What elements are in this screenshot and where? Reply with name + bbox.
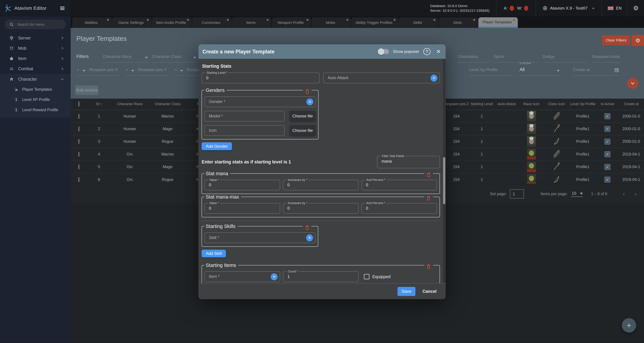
table-settings-button[interactable]: ⚙ [632, 35, 644, 46]
choose-icon-file-button[interactable]: Choose file [290, 125, 316, 136]
model-field[interactable]: Model * [204, 111, 284, 122]
is-active-checkbox[interactable]: ✓ [604, 177, 610, 183]
user-menu[interactable]: Atavism X.9 - Test07 [536, 6, 602, 11]
sidebar-search[interactable] [5, 20, 66, 29]
is-active-checkbox[interactable]: ✓ [604, 113, 610, 119]
stat-percent-field[interactable]: And Percent * [362, 203, 437, 214]
tab-close-icon[interactable]: ✕ [473, 18, 476, 22]
add-skill-option-button[interactable]: + [306, 234, 313, 241]
expand-filters-button[interactable] [627, 78, 638, 89]
item-select[interactable]: Item * + [204, 271, 280, 282]
column-header-character-class[interactable]: Character Class [149, 102, 186, 106]
stat-increase-field[interactable]: Increases by * [283, 180, 359, 190]
row-checkbox[interactable] [78, 152, 80, 157]
filter-dodge[interactable]: Dodge [542, 53, 588, 63]
filter-operator-select[interactable]: = [126, 66, 135, 76]
filter-operator-select[interactable]: = [174, 66, 184, 76]
set-page-input[interactable] [510, 189, 524, 199]
is-active-checkbox[interactable]: ✓ [604, 151, 610, 157]
is-active-checkbox[interactable]: ✓ [604, 126, 610, 132]
filter-stat-field[interactable]: Filter Stat Fields [377, 156, 440, 168]
filter-level-xp-profile[interactable]: Level Xp Profile [469, 66, 514, 76]
tab-close-icon[interactable]: ✕ [346, 18, 348, 22]
row-checkbox[interactable] [78, 114, 80, 119]
tab-weapon-profile[interactable]: Weapon Profile✕ [272, 17, 311, 28]
tab-abilities[interactable]: Abilities✕ [72, 17, 112, 28]
help-icon[interactable]: ? [423, 48, 430, 55]
column-header-level-xp-profile[interactable]: Level Xp Profile [569, 102, 596, 106]
sidebar-item-character[interactable]: Character [0, 74, 71, 84]
sidebar-item-mob[interactable]: Mob [0, 43, 71, 54]
cancel-button[interactable]: Cancel [422, 289, 436, 294]
bulk-actions-button[interactable]: Bulk Actions [75, 86, 98, 95]
column-header-class-icon[interactable]: Class Icon [544, 102, 569, 106]
column-header-is-active[interactable]: Is Active [596, 102, 618, 106]
stat-value-field[interactable]: Value * [204, 203, 280, 214]
column-header-auto-attack[interactable]: Auto Attack [494, 102, 519, 106]
add-skill-button[interactable]: Add Skill [202, 250, 226, 257]
sidebar-subitem-level-reward-profile[interactable]: Level Reward Profile [0, 105, 71, 115]
row-checkbox[interactable] [78, 139, 80, 144]
add-auto-attack-button[interactable]: + [430, 75, 438, 82]
is-active-checkbox[interactable]: ✓ [604, 139, 610, 145]
tab-close-icon[interactable]: ✕ [433, 18, 436, 22]
close-icon[interactable]: ✕ [436, 48, 441, 55]
sidebar-item-server[interactable]: Server [0, 33, 71, 43]
tab-close-icon[interactable]: ✕ [306, 18, 309, 22]
delete-stat-group-icon[interactable] [424, 195, 433, 201]
delete-starting-items-icon[interactable] [424, 263, 433, 270]
tab-close-icon[interactable]: ✕ [226, 18, 229, 22]
filter-operator-select[interactable]: = [77, 66, 86, 76]
tab-slots[interactable]: Slots✕ [438, 17, 478, 28]
tab-close-icon[interactable]: ✕ [146, 18, 149, 22]
sidebar-subitem-player-templates[interactable]: Player Templates [0, 84, 71, 95]
clear-filters-button[interactable]: Clear Filters [602, 35, 630, 45]
starting-level-input[interactable] [206, 73, 300, 83]
add-item-option-button[interactable]: + [271, 273, 278, 280]
equipped-checkbox[interactable] [364, 274, 370, 279]
add-record-fab[interactable]: + [622, 318, 636, 332]
tab-items[interactable]: Items✕ [232, 17, 272, 28]
language-selector[interactable]: EN [602, 6, 628, 11]
tab-ability-trigger-profiles[interactable]: Ability Trigger Profiles✕ [352, 17, 398, 28]
column-header-respawn-pos-z[interactable]: Respawn pos Z [444, 102, 469, 106]
column-header-character-race[interactable]: Character Race [111, 102, 149, 106]
choose-model-file-button[interactable]: Choose file [290, 111, 316, 122]
filter-stat-input[interactable] [382, 156, 431, 166]
sidebar-item-combat[interactable]: Combat [0, 64, 71, 74]
count-input[interactable] [287, 272, 347, 281]
tab-skills[interactable]: Skills✕ [398, 17, 438, 28]
filter-sprint[interactable]: Sprint [494, 53, 538, 63]
add-gender-option-button[interactable]: + [306, 98, 313, 106]
tab-item-audio-profile[interactable]: Item Audio Profile✕ [152, 17, 192, 28]
row-checkbox[interactable] [78, 165, 80, 169]
stat-percent-field[interactable]: And Percent * [362, 180, 437, 190]
gender-select[interactable]: Gender * + [204, 96, 316, 107]
tab-close-icon[interactable]: ✕ [393, 18, 396, 22]
column-header-create-at[interactable]: Create at [618, 102, 644, 106]
auto-attack-select[interactable]: Auto Attack + [323, 73, 440, 83]
delete-genders-icon[interactable] [303, 89, 312, 95]
tab-mobs[interactable]: Mobs✕ [312, 17, 351, 28]
column-header-id[interactable]: ID↑ [87, 102, 111, 106]
row-checkbox[interactable] [78, 127, 80, 131]
column-header-race-icon[interactable]: Race Icon [519, 102, 544, 106]
icon-field[interactable]: Icon [204, 125, 284, 136]
tab-close-icon[interactable]: ✕ [107, 18, 109, 22]
filter-is-active-select[interactable]: Is ActiveAll [520, 66, 560, 76]
skill-select[interactable]: Skill * + [204, 232, 316, 243]
filter-create-at[interactable]: Create at [573, 66, 620, 76]
filter-respawn-instance[interactable]: Respawn Instance [592, 53, 620, 63]
modal-scrollbar-thumb[interactable] [443, 157, 445, 204]
row-checkbox[interactable] [78, 177, 80, 182]
tab-close-icon[interactable]: ✕ [266, 18, 269, 22]
prev-page-button[interactable]: ‹ [618, 191, 630, 197]
is-active-checkbox[interactable]: ✓ [604, 164, 610, 170]
menu-icon[interactable] [59, 5, 66, 11]
save-button[interactable]: Save [398, 287, 416, 296]
tab-close-icon[interactable]: ✕ [187, 18, 189, 22]
column-header-starting-level[interactable]: Starting Level [469, 102, 494, 106]
tab-currencies[interactable]: Currencies✕ [192, 17, 232, 28]
sidebar-item-item[interactable]: Item [0, 54, 71, 64]
sidebar-subitem-level-xp-profile[interactable]: Level XP Profile [0, 95, 71, 105]
